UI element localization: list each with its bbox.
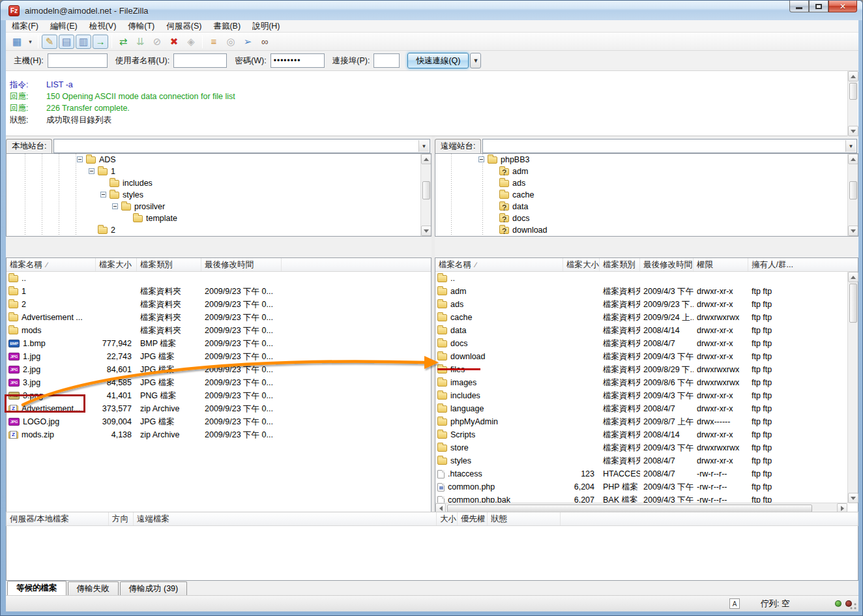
port-input[interactable]	[373, 53, 400, 68]
username-input[interactable]	[173, 53, 227, 68]
file-row-1.bmp[interactable]: 1.bmp777,942BMP 檔案2009/9/23 下午 0...	[7, 337, 431, 350]
column-header-perm[interactable]: 權限	[694, 258, 748, 271]
file-row-3.jpg[interactable]: 3.jpg84,585JPG 檔案2009/9/23 下午 0...	[7, 376, 431, 389]
tree-item[interactable]: 2	[7, 224, 431, 236]
tree-item[interactable]: cache	[435, 189, 858, 201]
file-row-ads[interactable]: ads檔案資料夾2009/9/23 下...drwxr-xr-xftp ftp	[435, 298, 858, 311]
file-row-includes[interactable]: includes檔案資料夾2009/4/3 下午...drwxr-xr-xftp…	[435, 389, 858, 402]
file-row-images[interactable]: images檔案資料夾2009/8/6 下午...drwxrwxrwxftp f…	[435, 376, 858, 389]
filter-button[interactable]: ≡	[206, 35, 222, 49]
column-header-owner[interactable]: 擁有人/群...	[748, 258, 858, 271]
password-input[interactable]	[271, 53, 325, 68]
file-row-store[interactable]: store檔案資料夾2009/4/3 下午...drwxrwxrwxftp ft…	[435, 441, 858, 454]
column-header-mod[interactable]: 最後修改時間	[640, 258, 694, 271]
maximize-button[interactable]	[809, 1, 828, 12]
scroll-up-button[interactable]	[848, 71, 858, 81]
column-header-mod[interactable]: 最後修改時間	[201, 258, 282, 271]
file-row-LOGO.jpg[interactable]: LOGO.jpg309,004JPG 檔案2009/9/23 下午 0...	[7, 415, 431, 428]
file-row-2[interactable]: 2檔案資料夾2009/9/23 下午 0...	[7, 298, 431, 311]
file-row-adm[interactable]: adm檔案資料夾2009/4/3 下午...drwxr-xr-xftp ftp	[435, 285, 858, 298]
site-manager-button[interactable]: ▦	[9, 35, 25, 49]
file-row-mods[interactable]: mods檔案資料夾2009/9/23 下午 0...	[7, 324, 431, 337]
file-row-styles[interactable]: styles檔案資料夾2008/4/7drwxr-xr-xftp ftp	[435, 454, 858, 467]
log-scrollbar[interactable]	[847, 71, 858, 136]
file-row-1.jpg[interactable]: 1.jpg22,743JPG 檔案2009/9/23 下午 0...	[7, 350, 431, 363]
tree-expander-icon[interactable]	[89, 168, 95, 174]
queue-tab-等候的檔案[interactable]: 等候的檔案	[7, 581, 66, 595]
directory-compare-button[interactable]: ◎	[223, 35, 239, 49]
column-header-name[interactable]: 檔案名稱∕	[435, 258, 563, 271]
tree-item[interactable]: phpBB3	[435, 154, 858, 166]
column-header-fill[interactable]	[282, 258, 431, 271]
menu-item-6[interactable]: 說明(H)	[246, 20, 285, 33]
tree-expander-icon[interactable]	[100, 192, 106, 198]
chevron-down-icon[interactable]: ▼	[845, 140, 856, 152]
site-manager-dropdown-button[interactable]: ▾	[26, 35, 35, 49]
file-row-common.php.bak[interactable]: common.php.bak6,207BAK 檔案2009/4/3 下午...-…	[435, 493, 858, 503]
file-row-Scripts[interactable]: Scripts檔案資料夾2008/4/14drwxr-xr-xftp ftp	[435, 428, 858, 441]
file-row-language[interactable]: language檔案資料夾2008/4/7drwxr-xr-xftp ftp	[435, 402, 858, 415]
menu-item-5[interactable]: 書籤(B)	[207, 20, 246, 33]
remote-directory-tree[interactable]: phpBB3 adm ads cache data docs	[435, 153, 858, 237]
file-row-phpMyAdmin[interactable]: phpMyAdmin檔案資料夾2009/8/7 上午...drwx------f…	[435, 415, 858, 428]
file-row-cache[interactable]: cache檔案資料夾2009/9/24 上...drwxrwxrwxftp ft…	[435, 311, 858, 324]
column-header-type[interactable]: 檔案類別	[600, 258, 640, 271]
tree-item[interactable]: download	[435, 224, 858, 236]
file-row-.htaccess[interactable]: .htaccess123HTACCES...2008/4/7-rw-r--r--…	[435, 467, 858, 480]
column-header-size[interactable]: 檔案大小	[563, 258, 600, 271]
close-button[interactable]: ✕	[828, 1, 857, 12]
file-row-..[interactable]: ..	[7, 272, 431, 285]
toggle-log-button[interactable]: ✎	[42, 35, 57, 49]
queue-column-遠端檔案[interactable]: 遠端檔案	[134, 512, 437, 525]
queue-column-伺服器/本地檔案[interactable]: 伺服器/本地檔案	[7, 512, 109, 525]
tree-expander-icon[interactable]	[478, 156, 484, 162]
tree-expander-icon[interactable]	[112, 203, 118, 209]
menu-item-1[interactable]: 編輯(E)	[44, 20, 83, 33]
cancel-transfer-button[interactable]: ⊘	[149, 35, 165, 49]
sync-browse-button[interactable]: ➢	[240, 35, 256, 49]
tree-item[interactable]: template	[7, 213, 431, 224]
column-header-name[interactable]: 檔案名稱∕	[7, 258, 96, 271]
file-row-Advertisement ...[interactable]: Advertisement ...檔案資料夾2009/9/23 下午 0...	[7, 311, 431, 324]
scrollbar-thumb[interactable]	[849, 284, 857, 323]
scroll-down-button[interactable]	[848, 126, 858, 136]
file-row-files[interactable]: files檔案資料夾2009/8/29 下...drwxrwxrwxftp ft…	[435, 363, 858, 376]
queue-tab-傳輸失敗[interactable]: 傳輸失敗	[68, 581, 119, 595]
queue-column-優先權[interactable]: 優先權	[458, 512, 488, 525]
tree-item[interactable]: ADS	[7, 154, 431, 166]
tree-item[interactable]: includes	[7, 177, 431, 189]
remote-site-combobox[interactable]: ▼	[482, 139, 857, 153]
tree-item[interactable]: docs	[435, 213, 858, 224]
title-bar[interactable]: Fz aimodeln@aimodel.net - FileZilla ✕	[1, 1, 863, 20]
column-header-type[interactable]: 檔案類別	[137, 258, 201, 271]
tree-item[interactable]: prosilver	[7, 201, 431, 213]
scrollbar-thumb[interactable]	[849, 83, 857, 100]
local-site-combobox[interactable]: ▼	[53, 139, 430, 153]
scroll-up-button[interactable]	[848, 272, 858, 282]
tree-item[interactable]: 1	[7, 166, 431, 177]
file-row-1[interactable]: 1檔案資料夾2009/9/23 下午 0...	[7, 285, 431, 298]
queue-column-大小[interactable]: 大小	[437, 512, 458, 525]
toggle-remote-tree-button[interactable]: ▥	[76, 35, 91, 49]
file-row-common.php[interactable]: common.php6,204PHP 檔案2009/4/3 下午...-rw-r…	[435, 480, 858, 493]
file-row-mods.zip[interactable]: mods.zip4,138zip Archive2009/9/23 下午 0..…	[7, 428, 431, 441]
remote-list-vscrollbar[interactable]	[847, 272, 858, 503]
toggle-local-tree-button[interactable]: ▤	[59, 35, 74, 49]
host-input[interactable]	[48, 53, 108, 68]
queue-column-方向[interactable]: 方向	[109, 512, 134, 525]
file-row-..[interactable]: ..	[435, 272, 858, 285]
menu-item-0[interactable]: 檔案(F)	[6, 20, 44, 33]
quickconnect-button[interactable]: 快速連線(Q)	[407, 53, 469, 68]
disconnect-button[interactable]: ✖	[166, 35, 182, 49]
file-row-download[interactable]: download檔案資料夾2009/4/3 下午...drwxr-xr-xftp…	[435, 350, 858, 363]
menu-item-3[interactable]: 傳輸(T)	[122, 20, 160, 33]
file-row-2.jpg[interactable]: 2.jpg84,601JPG 檔案2009/9/23 下午 0...	[7, 363, 431, 376]
tree-item[interactable]: ads	[435, 177, 858, 189]
menu-item-2[interactable]: 檢視(V)	[83, 20, 123, 33]
tree-expander-icon[interactable]	[77, 156, 83, 162]
tree-item[interactable]: styles	[7, 189, 431, 201]
minimize-button[interactable]	[789, 1, 809, 12]
column-header-size[interactable]: 檔案大小	[96, 258, 137, 271]
find-files-button[interactable]: ∞	[257, 35, 272, 49]
toggle-queue-button[interactable]: →	[93, 35, 108, 49]
